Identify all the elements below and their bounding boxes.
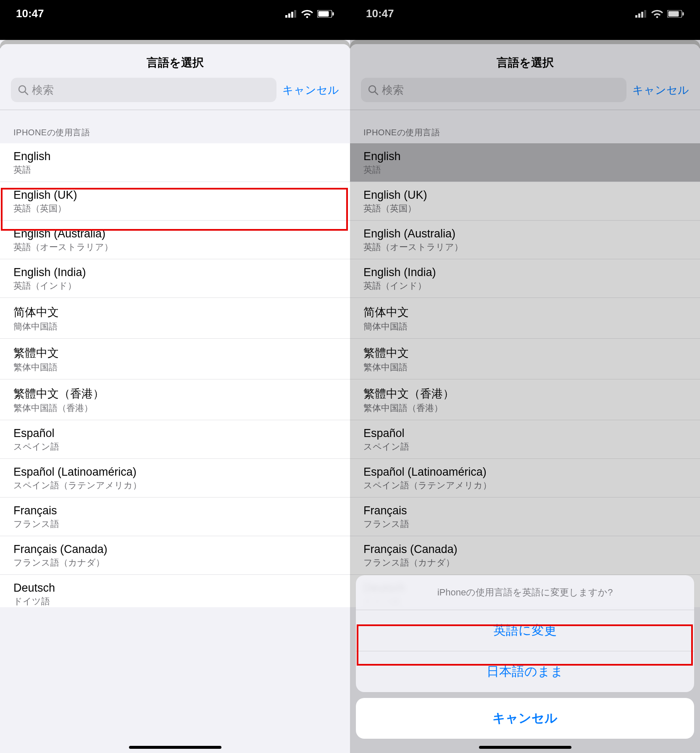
svg-line-8: [25, 92, 28, 95]
lang-item-spanish-la[interactable]: Español (Latinoamérica) スペイン語（ラテンアメリカ）: [0, 459, 350, 498]
right-screenshot: 10:47 言語を選択 検索: [350, 0, 700, 753]
home-indicator[interactable]: [129, 746, 221, 749]
status-time: 10:47: [16, 7, 44, 20]
wifi-icon: [301, 10, 313, 18]
lang-item-traditional-chinese[interactable]: 繁體中文 繁体中国語: [0, 339, 350, 379]
lang-item-spanish[interactable]: Español スペイン語: [0, 420, 350, 459]
lang-item-english-in[interactable]: English (India) 英語（インド）: [0, 259, 350, 298]
keep-japanese-button[interactable]: 日本語のまま: [356, 651, 694, 692]
search-cancel-button[interactable]: キャンセル: [282, 83, 339, 97]
action-sheet-cancel-button[interactable]: キャンセル: [356, 698, 694, 739]
lang-item-simplified-chinese[interactable]: 简体中文 簡体中国語: [0, 298, 350, 339]
svg-rect-5: [318, 11, 329, 16]
language-sheet: 言語を選択 検索 キャンセル IPHONEの使用言語 English 英語: [0, 44, 350, 753]
language-list: English 英語 English (UK) 英語（英国） English (…: [0, 143, 350, 607]
section-header: IPHONEの使用言語: [0, 110, 350, 143]
svg-rect-6: [333, 12, 334, 16]
search-icon: [18, 84, 29, 95]
svg-rect-2: [291, 12, 293, 18]
cellular-icon: [285, 10, 297, 18]
svg-rect-1: [288, 13, 290, 18]
action-sheet: iPhoneの使用言語を英語に変更しますか? 英語に変更 日本語のまま: [356, 575, 694, 692]
lang-item-english[interactable]: English 英語: [0, 143, 350, 182]
home-indicator[interactable]: [479, 746, 571, 749]
lang-item-traditional-chinese-hk[interactable]: 繁體中文（香港） 繁体中国語（香港）: [0, 379, 350, 420]
battery-icon: [317, 10, 334, 18]
lang-item-french[interactable]: Français フランス語: [0, 498, 350, 536]
lang-item-english-uk[interactable]: English (UK) 英語（英国）: [0, 182, 350, 221]
action-sheet-title: iPhoneの使用言語を英語に変更しますか?: [356, 575, 694, 610]
search-placeholder: 検索: [32, 83, 54, 97]
action-sheet-overlay: iPhoneの使用言語を英語に変更しますか? 英語に変更 日本語のまま キャンセ…: [350, 575, 700, 753]
svg-rect-3: [294, 10, 296, 18]
sheet-title: 言語を選択: [0, 44, 350, 78]
lang-item-english-au[interactable]: English (Australia) 英語（オーストラリア）: [0, 221, 350, 259]
change-to-english-button[interactable]: 英語に変更: [356, 610, 694, 651]
status-icons: [285, 10, 334, 18]
lang-item-french-ca[interactable]: Français (Canada) フランス語（カナダ）: [0, 536, 350, 575]
left-screenshot: 10:47 言語を選択 検索: [0, 0, 350, 753]
lang-item-german[interactable]: Deutsch ドイツ語: [0, 575, 350, 607]
status-bar: 10:47: [0, 0, 350, 40]
search-input[interactable]: 検索: [11, 78, 276, 102]
svg-rect-0: [285, 15, 287, 18]
